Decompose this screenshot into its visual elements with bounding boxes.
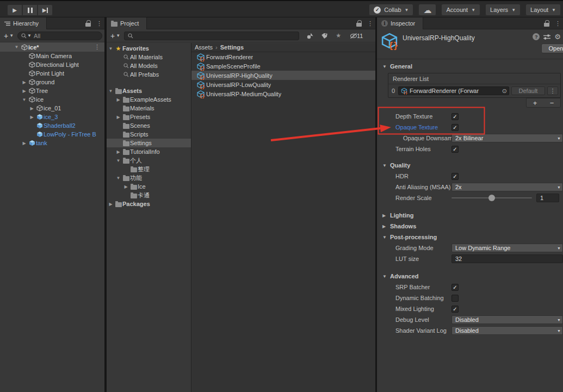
kebab-menu-icon[interactable]: ⋮ — [555, 20, 561, 27]
lock-icon[interactable] — [356, 23, 362, 27]
foldout-collapsed-icon[interactable]: ▶ — [21, 141, 28, 146]
open-button[interactable]: Open — [541, 43, 563, 53]
renderer-options-button[interactable]: ⋮ — [547, 86, 558, 95]
srp-batcher-checkbox[interactable]: ✓ — [451, 284, 459, 291]
dynamic-batching-checkbox[interactable] — [451, 295, 459, 302]
grading-mode-dropdown[interactable]: Low Dynamic Range ▼ — [451, 244, 563, 252]
section-advanced[interactable]: ▼ Advanced — [377, 271, 563, 282]
folder-zhengli[interactable]: 整理 — [107, 165, 191, 173]
section-general[interactable]: ▼ General — [377, 61, 563, 72]
file-universalrp-mediumquality[interactable]: {}UniversalRP-MediumQuality — [191, 89, 375, 98]
presets-icon[interactable] — [543, 34, 550, 40]
scene-row[interactable]: ▼ ice* ⋮ — [0, 42, 104, 52]
kebab-menu-icon[interactable]: ⋮ — [94, 43, 100, 51]
section-quality[interactable]: ▼ Quality — [377, 160, 563, 171]
folder-settings[interactable]: Settings — [107, 139, 191, 147]
project-search-input[interactable] — [124, 32, 299, 40]
foldout-expanded-icon[interactable]: ▼ — [115, 158, 122, 163]
search-by-type-button[interactable] — [304, 31, 317, 41]
render-scale-value[interactable]: 1 — [536, 194, 559, 202]
tab-project[interactable]: Project — [107, 17, 147, 29]
file-samplesceneprofile[interactable]: {}SampleSceneProfile — [191, 61, 375, 71]
cloud-button[interactable]: ☁ — [418, 4, 436, 16]
depth-texture-checkbox[interactable]: ✓ — [451, 113, 459, 120]
folder-scenes[interactable]: Scenes — [107, 121, 191, 130]
opaque-texture-checkbox[interactable]: ✓ — [451, 124, 459, 131]
folder-presets[interactable]: ▶Presets — [107, 113, 191, 121]
file-universalrp-highquality[interactable]: {}UniversalRP-HighQuality — [191, 71, 375, 80]
terrain-holes-checkbox[interactable]: ✓ — [451, 146, 459, 153]
layout-dropdown[interactable]: Layout ▼ — [525, 4, 561, 16]
anti-aliasing-dropdown[interactable]: 2x ▼ — [451, 183, 563, 191]
folder-materials[interactable]: Materials — [107, 104, 191, 113]
breadcrumb-root[interactable]: Assets — [195, 44, 213, 51]
hierarchy-item-point-light[interactable]: Point Light — [0, 69, 104, 78]
favorites-filter-button[interactable]: ★ — [332, 31, 345, 41]
set-default-button[interactable]: Default — [511, 86, 545, 95]
folder-geren[interactable]: ▼个人 — [107, 156, 191, 165]
foldout-collapsed-icon[interactable]: ▶ — [28, 106, 35, 111]
favorites-root[interactable]: ▼★Favorites — [107, 44, 191, 53]
folder-assets[interactable]: ▼Assets — [107, 86, 191, 95]
opaque-downsampling-dropdown[interactable]: 2x Bilinear ▼ — [451, 134, 563, 142]
remove-renderer-button[interactable]: − — [543, 98, 560, 107]
step-button[interactable]: ▶ — [38, 4, 53, 16]
folder-scripts[interactable]: Scripts — [107, 130, 191, 139]
foldout-expanded-icon[interactable]: ▼ — [107, 89, 114, 94]
hierarchy-search-input[interactable]: ▼ All — [17, 32, 102, 40]
renderer-object-field[interactable]: {} ForwardRenderer (Forwar ⊙ — [398, 86, 509, 95]
favorites-all-prefabs[interactable]: All Prefabs — [107, 70, 191, 79]
add-renderer-button[interactable]: + — [527, 98, 543, 107]
file-forwardrenderer[interactable]: {}ForwardRenderer — [191, 52, 375, 61]
lock-icon[interactable] — [544, 23, 549, 27]
favorites-all-models[interactable]: All Models — [107, 61, 191, 70]
tab-hierarchy[interactable]: Hierarchy — [0, 17, 47, 29]
lut-size-field[interactable]: 32 — [451, 254, 563, 263]
play-button[interactable]: ▶ — [7, 4, 22, 16]
hierarchy-item-main-camera[interactable]: Main Camera — [0, 52, 104, 60]
kebab-menu-icon[interactable]: ⋮ — [96, 20, 102, 27]
foldout-expanded-icon[interactable]: ▼ — [107, 46, 114, 51]
slider-handle[interactable] — [488, 195, 495, 201]
hierarchy-item-ground[interactable]: ▶ground — [0, 78, 104, 86]
folder-packages[interactable]: ▶Packages — [107, 200, 191, 208]
create-object-button[interactable]: +▼ — [2, 32, 15, 40]
hierarchy-item-shaderball2[interactable]: Shaderball2 — [0, 121, 104, 130]
folder-ice[interactable]: ▶Ice — [107, 182, 191, 191]
file-universalrp-lowquality[interactable]: {}UniversalRP-LowQuality — [191, 80, 375, 89]
breadcrumb-current[interactable]: Settings — [220, 44, 244, 51]
foldout-collapsed-icon[interactable]: ▶ — [115, 150, 122, 154]
hierarchy-item-directional-light[interactable]: Directional Light — [0, 60, 104, 69]
debug-level-dropdown[interactable]: Disabled ▼ — [451, 315, 563, 324]
favorites-all-materials[interactable]: All Materials — [107, 53, 191, 61]
search-by-label-button[interactable] — [318, 31, 331, 41]
render-scale-slider[interactable] — [451, 197, 532, 198]
section-lighting[interactable]: ▶ Lighting — [377, 210, 563, 221]
hdr-checkbox[interactable]: ✓ — [451, 173, 459, 180]
foldout-collapsed-icon[interactable]: ▶ — [115, 97, 122, 102]
shader-variant-log-dropdown[interactable]: Disabled ▼ — [451, 326, 563, 335]
hierarchy-item-lowpoly-firtree[interactable]: LowPoly - FirTree B — [0, 130, 104, 139]
object-picker-icon[interactable]: ⊙ — [502, 88, 507, 95]
foldout-collapsed-icon[interactable]: ▶ — [122, 184, 129, 189]
section-shadows[interactable]: ▶ Shadows — [377, 221, 563, 232]
foldout-collapsed-icon[interactable]: ▶ — [21, 89, 28, 94]
foldout-collapsed-icon[interactable]: ▶ — [21, 80, 28, 85]
hierarchy-item-ice-01[interactable]: ▶ice_01 — [0, 104, 104, 113]
hierarchy-item-ice[interactable]: ▼ice — [0, 95, 104, 104]
foldout-collapsed-icon[interactable]: ▶ — [107, 202, 114, 207]
kebab-menu-icon[interactable]: ⋮ — [367, 20, 373, 27]
hierarchy-item-tree[interactable]: ▶Tree — [0, 86, 104, 95]
gear-icon[interactable]: ⚙ — [554, 33, 561, 40]
hierarchy-item-tank[interactable]: ▶tank — [0, 139, 104, 147]
folder-exampleassets[interactable]: ▶ExampleAssets — [107, 95, 191, 104]
hidden-items-button[interactable]: 11 — [346, 31, 367, 41]
mixed-lighting-checkbox[interactable]: ✓ — [451, 306, 459, 313]
lock-icon[interactable] — [85, 23, 91, 27]
layers-dropdown[interactable]: Layers ▼ — [485, 4, 521, 16]
folder-gongneng[interactable]: ▼功能 — [107, 173, 191, 182]
foldout-collapsed-icon[interactable]: ▶ — [28, 115, 35, 120]
foldout-collapsed-icon[interactable]: ▶ — [115, 115, 122, 120]
pause-button[interactable] — [22, 4, 38, 16]
foldout-expanded-icon[interactable]: ▼ — [13, 45, 20, 49]
